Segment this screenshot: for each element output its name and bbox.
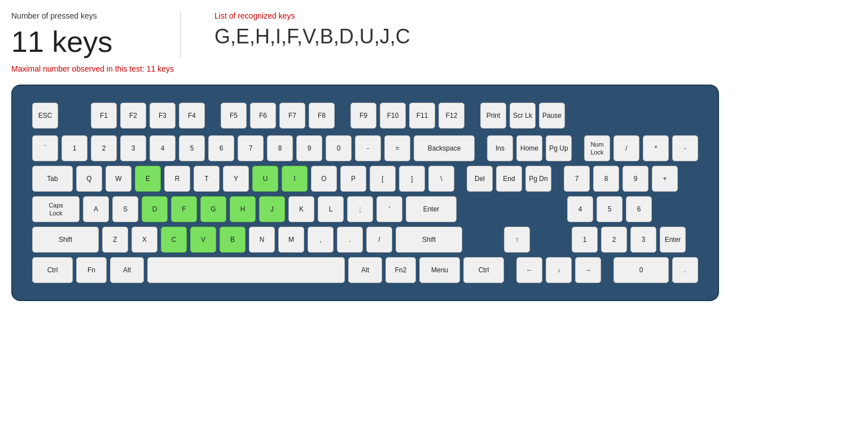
key-q[interactable]: Q — [76, 166, 102, 192]
key-d[interactable]: D — [142, 196, 168, 222]
key-e[interactable]: E — [135, 166, 161, 192]
key-numpad-3[interactable]: 3 — [630, 227, 656, 253]
key-del[interactable]: Del — [467, 166, 493, 192]
key-slash[interactable]: / — [366, 227, 392, 253]
key-f1[interactable]: F1 — [91, 103, 117, 129]
key-pgdn[interactable]: Pg Dn — [525, 166, 551, 192]
key-f3[interactable]: F3 — [150, 103, 176, 129]
key-g[interactable]: G — [200, 196, 226, 222]
key-numpad-minus[interactable]: - — [672, 135, 698, 161]
key-z[interactable]: Z — [102, 227, 128, 253]
key-r[interactable]: R — [164, 166, 190, 192]
key-rbracket[interactable]: ] — [399, 166, 425, 192]
key-tab[interactable]: Tab — [32, 166, 73, 192]
key-numpad-6[interactable]: 6 — [626, 196, 652, 222]
key-home[interactable]: Home — [516, 135, 542, 161]
key-arrow-down[interactable]: ↓ — [546, 257, 572, 283]
key-l[interactable]: L — [318, 196, 344, 222]
key-alt-left[interactable]: Alt — [110, 257, 144, 283]
key-arrow-right[interactable]: → — [575, 257, 601, 283]
key-k[interactable]: K — [288, 196, 314, 222]
key-menu[interactable]: Menu — [419, 257, 460, 283]
key-4[interactable]: 4 — [150, 135, 176, 161]
key-arrow-up[interactable]: ↑ — [504, 227, 530, 253]
key-enter[interactable]: Enter — [406, 196, 457, 222]
key-b[interactable]: B — [220, 227, 246, 253]
key-pause[interactable]: Pause — [539, 103, 565, 129]
key-numpad-dot[interactable]: . — [672, 257, 698, 283]
key-numpad-slash[interactable]: / — [613, 135, 639, 161]
key-x[interactable]: X — [131, 227, 157, 253]
key-f2[interactable]: F2 — [120, 103, 146, 129]
key-f12[interactable]: F12 — [439, 103, 464, 129]
key-esc[interactable]: ESC — [32, 103, 58, 129]
key-shift-right[interactable]: Shift — [396, 227, 462, 253]
key-ins[interactable]: Ins — [487, 135, 513, 161]
key-lbracket[interactable]: [ — [370, 166, 396, 192]
key-v[interactable]: V — [190, 227, 216, 253]
key-fn2[interactable]: Fn2 — [385, 257, 416, 283]
key-end[interactable]: End — [496, 166, 522, 192]
key-backtick[interactable]: ` — [32, 135, 58, 161]
key-f6[interactable]: F6 — [250, 103, 276, 129]
key-t[interactable]: T — [194, 166, 220, 192]
key-0[interactable]: 0 — [326, 135, 352, 161]
key-f10[interactable]: F10 — [380, 103, 406, 129]
key-print[interactable]: Print — [480, 103, 506, 129]
key-arrow-left[interactable]: ← — [516, 257, 542, 283]
key-comma[interactable]: , — [308, 227, 334, 253]
key-backslash[interactable]: \ — [428, 166, 454, 192]
key-a[interactable]: A — [83, 196, 109, 222]
key-m[interactable]: M — [278, 227, 304, 253]
key-ctrl-left[interactable]: Ctrl — [32, 257, 73, 283]
key-semicolon[interactable]: ; — [347, 196, 373, 222]
key-numpad-5[interactable]: 5 — [597, 196, 622, 222]
key-u[interactable]: U — [252, 166, 278, 192]
key-w[interactable]: W — [106, 166, 131, 192]
key-f5[interactable]: F5 — [221, 103, 247, 129]
key-i[interactable]: I — [282, 166, 308, 192]
key-numpad-2[interactable]: 2 — [601, 227, 627, 253]
key-9[interactable]: 9 — [296, 135, 322, 161]
key-space[interactable] — [147, 257, 345, 283]
key-ctrl-right[interactable]: Ctrl — [463, 257, 504, 283]
key-f11[interactable]: F11 — [409, 103, 435, 129]
key-backspace[interactable]: Backspace — [414, 135, 475, 161]
key-o[interactable]: O — [311, 166, 337, 192]
key-2[interactable]: 2 — [91, 135, 117, 161]
key-numpad-9[interactable]: 9 — [622, 166, 648, 192]
key-8[interactable]: 8 — [267, 135, 293, 161]
key-c[interactable]: C — [161, 227, 187, 253]
key-minus[interactable]: - — [355, 135, 381, 161]
key-capslock[interactable]: CapsLock — [32, 196, 80, 222]
key-6[interactable]: 6 — [208, 135, 234, 161]
key-n[interactable]: N — [249, 227, 275, 253]
key-numpad-4[interactable]: 4 — [567, 196, 593, 222]
key-numpad-1[interactable]: 1 — [572, 227, 598, 253]
key-numpad-star[interactable]: * — [643, 135, 669, 161]
key-j[interactable]: J — [259, 196, 285, 222]
key-numpad-7[interactable]: 7 — [564, 166, 590, 192]
key-scrlk[interactable]: Scr Lk — [510, 103, 536, 129]
key-numpad-0[interactable]: 0 — [613, 257, 669, 283]
key-numpad-plus[interactable]: + — [652, 166, 678, 192]
key-7[interactable]: 7 — [238, 135, 264, 161]
key-equals[interactable]: = — [384, 135, 410, 161]
key-p[interactable]: P — [340, 166, 366, 192]
key-f8[interactable]: F8 — [309, 103, 335, 129]
key-quote[interactable]: ' — [376, 196, 402, 222]
key-f9[interactable]: F9 — [350, 103, 376, 129]
key-shift-left[interactable]: Shift — [32, 227, 99, 253]
key-1[interactable]: 1 — [62, 135, 87, 161]
key-3[interactable]: 3 — [120, 135, 146, 161]
key-period[interactable]: . — [337, 227, 363, 253]
key-f4[interactable]: F4 — [179, 103, 205, 129]
key-h[interactable]: H — [230, 196, 256, 222]
key-numlock[interactable]: NumLock — [584, 135, 610, 161]
key-numpad-enter[interactable]: Enter — [660, 227, 686, 253]
key-alt-right[interactable]: Alt — [348, 257, 382, 283]
key-f[interactable]: F — [171, 196, 197, 222]
key-numpad-8[interactable]: 8 — [593, 166, 619, 192]
key-f7[interactable]: F7 — [279, 103, 305, 129]
key-5[interactable]: 5 — [179, 135, 205, 161]
